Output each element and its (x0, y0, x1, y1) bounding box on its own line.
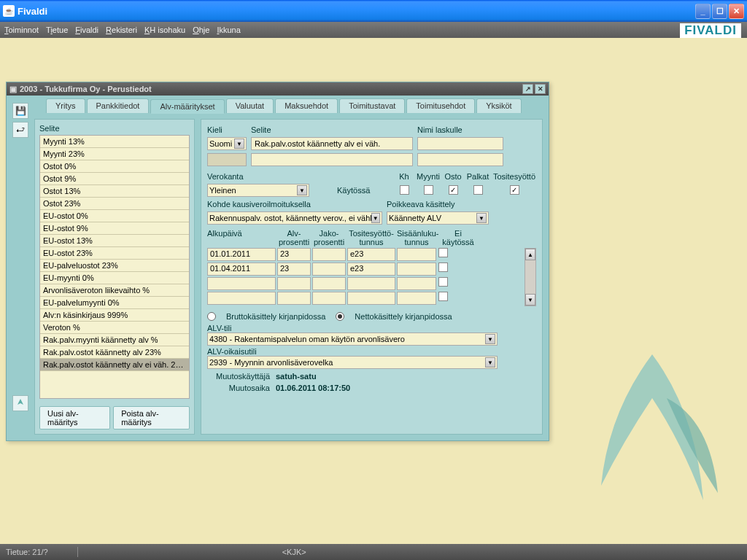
list-item[interactable]: Arvonlisäveroton liikevaihto % (40, 284, 189, 297)
tab-yritys[interactable]: Yritys (46, 98, 85, 113)
selite-field-2[interactable] (251, 153, 413, 166)
grid-cell[interactable]: e23 (347, 262, 395, 276)
list-item[interactable]: EU-myynti 0% (40, 272, 189, 284)
grid-cell[interactable] (207, 292, 276, 305)
scroll-down-icon[interactable]: ▼ (525, 294, 535, 306)
save-icon[interactable]: 💾 (12, 103, 28, 119)
palkat-checkbox[interactable] (473, 185, 483, 195)
grid-cell[interactable] (277, 277, 311, 290)
menu-tietue[interactable]: Tietue (46, 26, 68, 34)
tab-maksuehdot[interactable]: Maksuehdot (275, 98, 338, 113)
list-item[interactable]: EU-ostot 0% (40, 210, 189, 222)
list-item[interactable]: Rak.palv.ostot käännetty alv ei väh. 23% (40, 359, 189, 371)
delete-alv-button[interactable]: Poista alv-määritys (113, 406, 190, 429)
tab-toimitustavat[interactable]: Toimitustavat (339, 98, 405, 113)
list-item[interactable]: EU-ostot 9% (40, 222, 189, 235)
nimi-laskulle-field-2[interactable] (417, 153, 503, 166)
fivaldi-icon[interactable] (12, 395, 28, 411)
grid-cell[interactable] (347, 292, 395, 305)
chevron-down-icon: ▼ (485, 357, 495, 368)
grid-scrollbar[interactable]: ▲ ▼ (525, 248, 536, 306)
grid-hdr-alvprosentti: Alv-prosentti (277, 229, 311, 246)
kieli-combo[interactable]: Suomi▼ (207, 137, 247, 150)
window-titlebar: ☕ Fivaldi _ ☐ ✕ (0, 0, 747, 22)
netto-radio[interactable] (336, 312, 344, 321)
menu-rekisteri[interactable]: Rekisteri (106, 26, 137, 34)
list-header: Selite (39, 124, 190, 133)
selite-field[interactable]: Rak.palv.ostot käännetty alv ei väh. (251, 137, 413, 150)
scroll-up-icon[interactable]: ▲ (525, 249, 535, 260)
grid-cell[interactable] (312, 277, 346, 290)
status-mid: <KJK> (282, 548, 306, 556)
list-item[interactable]: Alv:n käsinkirjaus 999% (40, 309, 189, 322)
nimi-laskulle-field[interactable] (417, 137, 503, 150)
list-item[interactable]: Ostot 13% (40, 185, 189, 198)
grid-cell[interactable]: 01.04.2011 (207, 262, 276, 276)
grid-cell[interactable] (347, 277, 395, 290)
grid-cell[interactable] (277, 292, 311, 305)
new-alv-button[interactable]: Uusi alv-määritys (39, 406, 110, 429)
list-item[interactable]: Rak.palv.myynti käännetty alv % (40, 334, 189, 346)
grid-cell[interactable]: e23 (347, 248, 395, 261)
list-item[interactable]: Myynti 23% (40, 148, 189, 160)
verokanta-combo[interactable]: Yleinen▼ (207, 184, 309, 197)
list-item[interactable]: Ostot 0% (40, 160, 189, 173)
list-item[interactable]: EU-ostot 13% (40, 235, 189, 247)
grid-cell[interactable] (397, 292, 436, 305)
minimize-button[interactable]: _ (695, 4, 711, 19)
back-icon[interactable]: ⮐ (12, 122, 28, 138)
osto-label: Osto (443, 172, 463, 181)
maximize-button[interactable]: ☐ (712, 4, 727, 19)
list-item[interactable]: Ostot 9% (40, 173, 189, 185)
menu-ikkuna[interactable]: Ikkuna (217, 26, 240, 34)
menu-fivaldi[interactable]: Fivaldi (75, 26, 98, 34)
selite-list[interactable]: Myynti 13%Myynti 23%Ostot 0%Ostot 9%Osto… (39, 135, 190, 399)
palkat-label: Palkat (465, 172, 491, 181)
tab-alv-m-ritykset[interactable]: Alv-määritykset (150, 99, 224, 114)
alv-tili-combo[interactable]: 4380 - Rakentamispalvelun oman käytön ar… (207, 332, 498, 346)
list-item[interactable]: EU-palveluostot 23% (40, 260, 189, 272)
menu-ohje[interactable]: Ohje (193, 26, 209, 34)
grid-cell[interactable] (397, 277, 436, 290)
list-item[interactable]: Ostot 23% (40, 198, 189, 210)
mdi-titlebar[interactable]: ▣ 2003 - Tukkufirma Oy - Perustiedot ↗ ✕ (7, 82, 549, 96)
mdi-restore-button[interactable]: ↗ (522, 84, 533, 94)
grid-cell[interactable]: 01.01.2011 (207, 248, 276, 261)
eikaytossa-checkbox[interactable] (438, 262, 448, 272)
mdi-close-button[interactable]: ✕ (535, 84, 546, 94)
poikkeava-combo[interactable]: Käännetty ALV▼ (387, 211, 489, 225)
java-icon: ☕ (3, 5, 15, 17)
tab-toimitusehdot[interactable]: Toimitusehdot (406, 98, 475, 113)
grid-cell[interactable] (312, 262, 346, 276)
fivaldi-logo: FIVALDI (680, 23, 741, 38)
tab-pankkitiedot[interactable]: Pankkitiedot (87, 98, 150, 113)
grid-cell[interactable]: 23 (277, 248, 311, 261)
grid-cell[interactable] (397, 262, 436, 276)
grid-cell[interactable] (312, 248, 346, 261)
list-item[interactable]: Myynti 13% (40, 136, 189, 148)
tab-valuutat[interactable]: Valuutat (226, 98, 274, 113)
myynti-checkbox[interactable] (424, 185, 433, 195)
menu-kh-isohaku[interactable]: KH isohaku (144, 26, 185, 34)
list-item[interactable]: EU-palvelumyynti 0% (40, 297, 189, 309)
kieli-field-2[interactable] (207, 153, 247, 166)
menu-toiminnot[interactable]: Toiminnot (4, 26, 39, 34)
list-item[interactable]: EU-ostot 23% (40, 247, 189, 260)
eikaytossa-checkbox[interactable] (438, 248, 448, 257)
grid-cell[interactable] (312, 292, 346, 305)
grid-cell[interactable] (207, 277, 276, 290)
eikaytossa-checkbox[interactable] (438, 277, 448, 287)
close-button[interactable]: ✕ (729, 4, 744, 19)
kohde-combo[interactable]: Rakennuspalv. ostot, käännetty verov., e… (207, 211, 382, 225)
kh-checkbox[interactable] (400, 185, 409, 195)
tab-yksik-t[interactable]: Yksiköt (476, 98, 521, 113)
brutto-radio[interactable] (207, 312, 216, 321)
alv-oikaisutili-combo[interactable]: 2939 - Myynnin arvonlisäverovelka▼ (207, 356, 498, 369)
grid-cell[interactable] (397, 248, 436, 261)
list-item[interactable]: Veroton % (40, 322, 189, 334)
list-item[interactable]: Rak.palv.ostot käännetty alv 23% (40, 346, 189, 359)
eikaytossa-checkbox[interactable] (438, 292, 448, 301)
osto-checkbox[interactable]: ✓ (449, 185, 458, 195)
grid-cell[interactable]: 23 (277, 262, 311, 276)
tositesyotto-checkbox[interactable]: ✓ (510, 185, 519, 195)
